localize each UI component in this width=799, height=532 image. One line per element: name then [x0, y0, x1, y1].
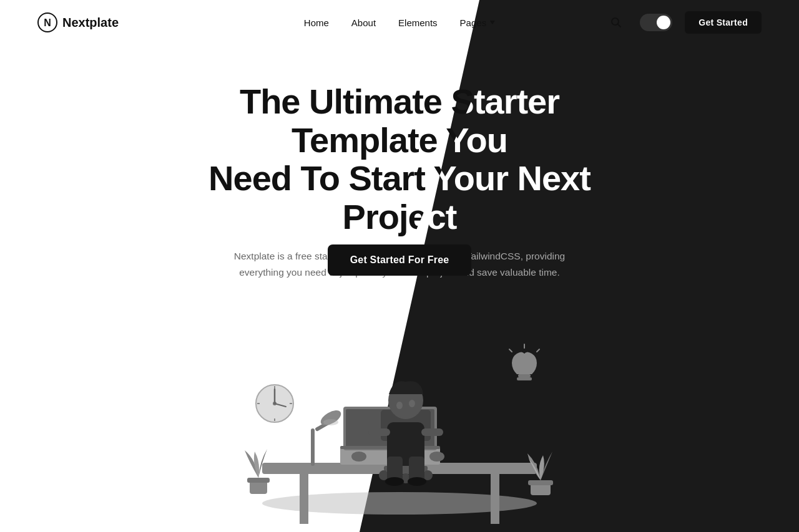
get-started-button[interactable]: Get Started — [685, 11, 762, 34]
cta-button[interactable]: Get Started For Free — [328, 244, 472, 276]
search-icon — [610, 16, 622, 29]
svg-rect-5 — [300, 474, 308, 524]
svg-point-33 — [385, 477, 404, 486]
svg-rect-36 — [421, 428, 443, 436]
search-button[interactable] — [605, 11, 627, 34]
hero-section: The Ultimate Starter Template You Need T… — [0, 45, 799, 326]
navbar: N Nextplate Home About Elements Pages Ge… — [0, 0, 799, 45]
svg-point-34 — [408, 477, 426, 486]
svg-text:N: N — [44, 17, 51, 28]
theme-toggle-thumb — [657, 16, 670, 29]
svg-line-50 — [537, 349, 539, 352]
svg-rect-45 — [528, 480, 553, 485]
svg-rect-11 — [311, 428, 315, 466]
svg-point-37 — [351, 452, 366, 462]
nav-home[interactable]: Home — [304, 17, 329, 28]
svg-rect-47 — [517, 377, 532, 380]
svg-rect-6 — [491, 474, 499, 524]
svg-rect-43 — [247, 478, 270, 483]
nav-elements[interactable]: Elements — [398, 17, 438, 28]
logo-icon: N — [37, 12, 57, 32]
nav-about[interactable]: About — [351, 17, 376, 28]
theme-toggle[interactable] — [640, 14, 672, 31]
svg-rect-35 — [368, 428, 390, 436]
svg-point-38 — [429, 452, 444, 462]
svg-point-40 — [396, 402, 403, 409]
chevron-down-icon — [490, 21, 495, 24]
nav-links: Home About Elements Pages — [304, 17, 495, 28]
svg-rect-46 — [518, 374, 531, 377]
svg-point-41 — [409, 400, 415, 407]
hero-illustration — [200, 313, 599, 525]
nav-pages[interactable]: Pages — [460, 17, 496, 28]
logo-text: Nextplate — [62, 16, 119, 30]
svg-point-14 — [323, 419, 338, 425]
illustration-area — [0, 313, 799, 528]
nav-right: Get Started — [605, 11, 762, 34]
svg-line-49 — [509, 349, 512, 352]
logo[interactable]: N Nextplate — [37, 12, 119, 32]
